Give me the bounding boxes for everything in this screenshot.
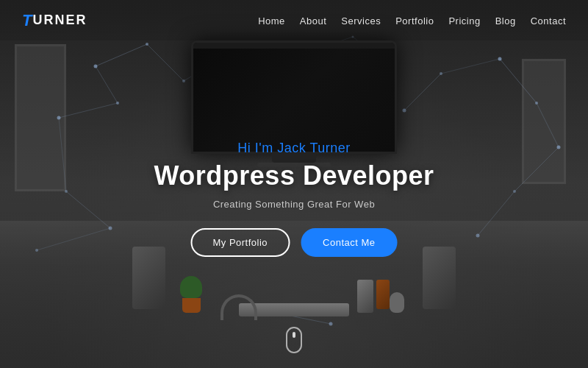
nav-link-contact[interactable]: Contact xyxy=(531,15,566,26)
plant-leaves xyxy=(180,276,202,298)
cylinder-1 xyxy=(376,280,390,309)
nav-item-contact[interactable]: Contact xyxy=(531,14,566,27)
scroll-dot xyxy=(293,332,295,338)
monitor-body xyxy=(191,40,397,154)
nav-item-about[interactable]: About xyxy=(300,14,326,27)
monitor-screen xyxy=(193,49,395,152)
nav-item-home[interactable]: Home xyxy=(258,14,285,27)
nav-link-blog[interactable]: Blog xyxy=(495,15,516,26)
hero-buttons: My Portfolio Contact Me xyxy=(154,228,434,257)
headphones xyxy=(220,294,257,320)
mouse-device xyxy=(390,292,404,313)
plant xyxy=(180,276,202,313)
nav-link-portfolio[interactable]: Portfolio xyxy=(395,15,434,26)
hero-description: Creating Something Great For Web xyxy=(154,199,434,210)
scroll-indicator xyxy=(286,327,302,353)
nav-link-home[interactable]: Home xyxy=(258,15,285,26)
picture-frame-right xyxy=(522,59,566,184)
hero-title: Wordpress Developer xyxy=(154,160,434,191)
nav-link-services[interactable]: Services xyxy=(341,15,381,26)
nav-link-about[interactable]: About xyxy=(300,15,326,26)
nav-item-blog[interactable]: Blog xyxy=(495,14,516,27)
cylinder-2 xyxy=(357,280,373,313)
logo[interactable]: T URNER xyxy=(22,13,87,29)
logo-text: URNER xyxy=(32,13,87,28)
hero-subtitle: Hi I'm Jack Turner xyxy=(154,141,434,156)
nav-item-portfolio[interactable]: Portfolio xyxy=(395,14,434,27)
contact-button[interactable]: Contact Me xyxy=(301,228,397,257)
hero-content: Hi I'm Jack Turner Wordpress Developer C… xyxy=(154,141,434,257)
plant-pot xyxy=(182,298,201,313)
hero-section: T URNER Home About Services Portfolio Pr… xyxy=(0,0,588,368)
portfolio-button[interactable]: My Portfolio xyxy=(190,228,290,257)
navbar: T URNER Home About Services Portfolio Pr… xyxy=(0,0,588,40)
monitor-bezel xyxy=(193,43,395,49)
logo-letter-t: T xyxy=(22,13,32,29)
nav-link-pricing[interactable]: Pricing xyxy=(448,15,480,26)
picture-frame-left xyxy=(15,44,66,191)
nav-item-services[interactable]: Services xyxy=(341,14,381,27)
nav-item-pricing[interactable]: Pricing xyxy=(448,14,480,27)
nav-links: Home About Services Portfolio Pricing Bl… xyxy=(258,14,566,27)
